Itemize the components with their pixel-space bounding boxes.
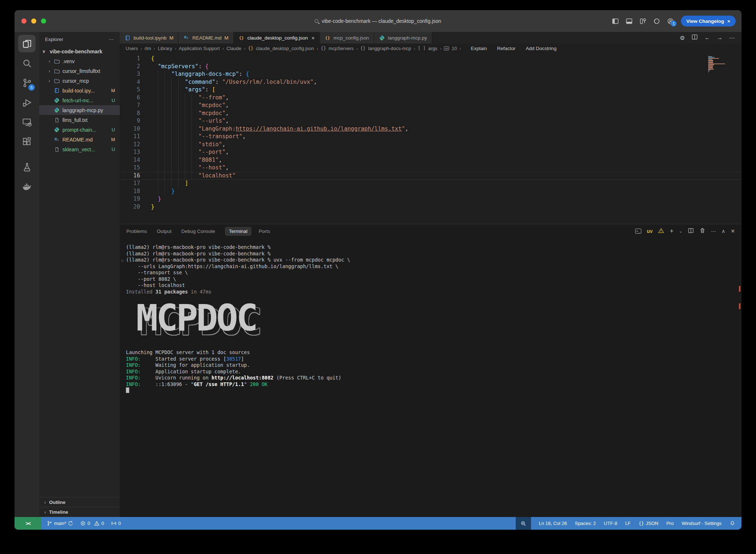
terminal-line: ○(llama2) rlm@rs-macbook-pro vibe-code-b… bbox=[126, 257, 741, 263]
indent-guide bbox=[158, 78, 158, 86]
view-changelog-button[interactable]: View Changelog × bbox=[681, 16, 736, 26]
tree-item-fetch-url-mc-[interactable]: fetch-url-mc...U bbox=[39, 95, 120, 105]
action-add-docstring[interactable]: Add Docstring bbox=[526, 46, 557, 51]
terminal-line: INFO: Uvicorn running on http://localhos… bbox=[126, 375, 741, 381]
minimize-window-button[interactable] bbox=[31, 19, 36, 24]
section-label: Outline bbox=[49, 500, 65, 505]
panel-more-icon[interactable]: ⋯ bbox=[711, 228, 716, 234]
terminal-dropdown-icon[interactable]: ⌄ bbox=[679, 229, 682, 234]
tab-build-tool-ipynb[interactable]: build-tool.ipynbM bbox=[120, 32, 179, 44]
tree-item--venv[interactable]: ›.venv bbox=[39, 56, 120, 66]
run-debug-icon[interactable] bbox=[18, 94, 36, 111]
docker-icon[interactable] bbox=[18, 178, 36, 195]
maximize-panel-icon[interactable]: ∧ bbox=[722, 228, 725, 234]
remote-indicator[interactable]: >< bbox=[15, 517, 41, 530]
app-settings[interactable]: Windsurf - Settings bbox=[682, 521, 722, 526]
action-explain[interactable]: Explain bbox=[471, 46, 487, 51]
tree-item-llms-full-txt[interactable]: llms_full.txt bbox=[39, 115, 120, 125]
tree-item-cursor-mcp[interactable]: ›cursor_mcp bbox=[39, 76, 120, 86]
search-sidebar-icon[interactable] bbox=[18, 54, 36, 72]
cursor-position[interactable]: Ln 16, Col 26 bbox=[539, 521, 567, 526]
remote-explorer-icon[interactable] bbox=[18, 113, 36, 131]
kill-terminal-icon[interactable] bbox=[699, 227, 706, 235]
panel-tab-debug-console[interactable]: Debug Console bbox=[181, 229, 215, 234]
split-editor-icon[interactable] bbox=[691, 34, 698, 42]
zoom-indicator[interactable] bbox=[516, 517, 531, 530]
breadcrumb-item[interactable]: langgraph-docs-mcp bbox=[368, 46, 411, 51]
problems-item[interactable]: 0 0 bbox=[80, 521, 104, 526]
new-terminal-icon[interactable]: + bbox=[670, 227, 674, 235]
editor-settings-gear-icon[interactable]: ⚙ bbox=[680, 34, 685, 41]
breadcrumb-item[interactable]: Claude bbox=[226, 46, 241, 51]
git-branch-item[interactable]: main* bbox=[47, 521, 73, 526]
indent-guide bbox=[171, 172, 172, 180]
explorer-icon[interactable] bbox=[18, 35, 36, 52]
indent-guide bbox=[178, 102, 179, 110]
code-editor[interactable]: 1{2"mcpServers": {3"langgraph-docs-mcp":… bbox=[120, 53, 741, 224]
tree-item-langgraph-mcp-py[interactable]: langgraph-mcp.py bbox=[39, 105, 120, 115]
panel-tab-problems[interactable]: Problems bbox=[126, 229, 147, 234]
encoding[interactable]: UTF-8 bbox=[604, 521, 617, 526]
tree-item-build-tool-ipy-[interactable]: build-tool.ipy...M bbox=[39, 86, 120, 95]
changelog-dismiss-icon[interactable]: × bbox=[727, 19, 730, 24]
sidebar-section-timeline[interactable]: ›Timeline bbox=[39, 507, 120, 517]
command-decoration-icon[interactable]: ○ bbox=[121, 257, 123, 264]
close-tab-icon[interactable]: × bbox=[311, 35, 315, 41]
close-panel-icon[interactable]: ✕ bbox=[731, 228, 735, 234]
tab-langgraph-mcp-py[interactable]: langgraph-mcp.py bbox=[374, 32, 432, 44]
feedback-item[interactable]: 0 bbox=[111, 521, 121, 526]
chevron-right-icon: › bbox=[49, 69, 54, 74]
tree-item-readme-md[interactable]: M↓README.mdM bbox=[39, 135, 120, 144]
go-forward-icon[interactable]: → bbox=[717, 34, 723, 41]
titlebar: vibe-code-benchmark — claude_desktop_con… bbox=[15, 10, 741, 32]
editor-more-icon[interactable]: ⋯ bbox=[729, 34, 735, 41]
customize-layout-icon[interactable] bbox=[639, 18, 646, 25]
breadcrumb-item[interactable]: rlm bbox=[144, 46, 151, 51]
eol-sequence[interactable]: LF bbox=[625, 521, 631, 526]
breadcrumb-item[interactable]: Users bbox=[126, 46, 138, 51]
testing-icon[interactable] bbox=[18, 158, 36, 176]
breadcrumb-item[interactable]: args bbox=[428, 46, 437, 51]
explorer-more-icon[interactable]: ⋯ bbox=[109, 36, 114, 42]
breadcrumb-item[interactable]: Application Support bbox=[179, 46, 220, 51]
code-line-14: 14"8081", bbox=[120, 156, 741, 164]
sidebar-section-outline[interactable]: ›Outline bbox=[39, 497, 120, 507]
notifications-bell-icon[interactable] bbox=[730, 520, 735, 527]
tree-root-vibe-code-benchmark[interactable]: ∨vibe-code-benchmark bbox=[39, 46, 120, 56]
toggle-panel-icon[interactable] bbox=[626, 18, 633, 25]
go-back-icon[interactable]: ← bbox=[704, 34, 710, 41]
file-label: prompt-chain... bbox=[62, 127, 96, 133]
indent-guide bbox=[158, 117, 158, 125]
terminal[interactable]: (llama2) rlm@rs-macbook-pro vibe-code-be… bbox=[120, 238, 741, 517]
plan-badge[interactable]: Pro bbox=[666, 521, 674, 526]
terminal-warning-icon[interactable] bbox=[658, 227, 664, 235]
sync-icon bbox=[68, 521, 73, 526]
tree-item-cursor-llmsfulltxt[interactable]: ›cursor_llmsfulltxt bbox=[39, 66, 120, 76]
close-window-button[interactable] bbox=[21, 19, 26, 24]
indent-guide bbox=[192, 125, 192, 133]
panel-tab-ports[interactable]: Ports bbox=[259, 229, 270, 234]
markdown-icon: M↓ bbox=[54, 136, 60, 143]
toggle-sidebar-icon[interactable] bbox=[612, 18, 619, 25]
account-icon[interactable]: 1 bbox=[667, 18, 674, 25]
indentation[interactable]: Spaces: 2 bbox=[575, 521, 596, 526]
breadcrumb-item[interactable]: claude_desktop_config.json bbox=[256, 46, 314, 51]
breadcrumb-item[interactable]: mcpServers bbox=[328, 46, 354, 51]
tab-mcp-config-json[interactable]: {}mcp_config.json bbox=[320, 32, 374, 44]
code-line-5: 5"args": [ bbox=[120, 86, 741, 94]
panel-tab-output[interactable]: Output bbox=[157, 229, 172, 234]
language-mode[interactable]: {} JSON bbox=[639, 521, 658, 526]
action-refactor[interactable]: Refactor bbox=[497, 46, 516, 51]
breadcrumb-item[interactable]: Library bbox=[158, 46, 172, 51]
cascade-icon[interactable] bbox=[653, 18, 660, 25]
split-terminal-icon[interactable] bbox=[688, 227, 694, 235]
tree-item-sklearn-vect-[interactable]: sklearn_vect...U bbox=[39, 144, 120, 154]
source-control-icon[interactable]: 5 bbox=[18, 74, 36, 91]
tab-readme-md[interactable]: M↓README.mdM bbox=[179, 32, 234, 44]
maximize-window-button[interactable] bbox=[41, 19, 46, 24]
breadcrumb-item[interactable]: 10 bbox=[451, 46, 457, 51]
extensions-icon[interactable] bbox=[18, 133, 36, 150]
tab-claude-desktop-config-json[interactable]: {}claude_desktop_config.json× bbox=[234, 32, 320, 44]
panel-tab-terminal[interactable]: Terminal bbox=[225, 227, 252, 236]
tree-item-prompt-chain-[interactable]: prompt-chain...U bbox=[39, 125, 120, 135]
